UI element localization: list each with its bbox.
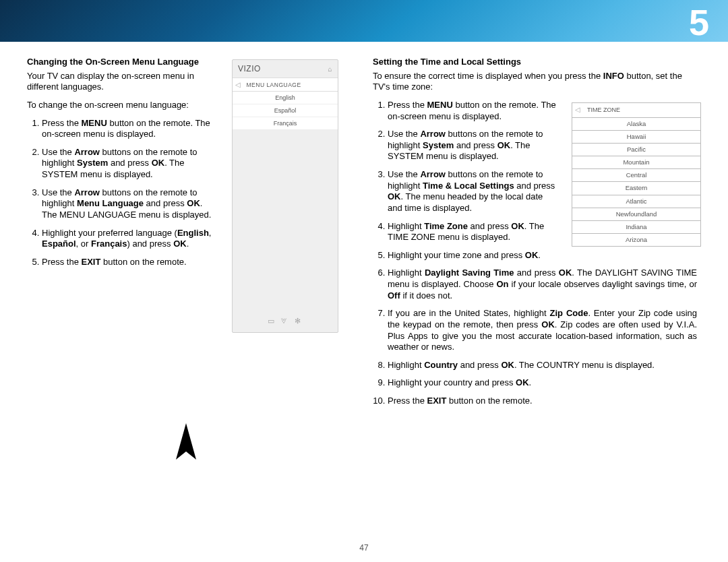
manual-page: 5 Changing the On-Screen Menu Language Y… <box>0 0 728 562</box>
left-column: Changing the On-Screen Menu Language You… <box>27 57 355 414</box>
tz-item: Indiana <box>572 221 701 234</box>
osd-screenshot: VIZIO ⌂ ◁ MENU LANGUAGE English Español … <box>232 57 338 414</box>
chapter-banner: 5 <box>0 0 728 42</box>
left-step-4: Highlight your preferred language (Engli… <box>42 228 222 250</box>
right-step-7: If you are in the United States, highlig… <box>388 308 701 353</box>
tz-item: Mountain <box>572 156 701 169</box>
content-area: Changing the On-Screen Menu Language You… <box>27 57 701 535</box>
left-step-1: Press the MENU button on the remote. The… <box>42 118 222 140</box>
osd-item: English <box>233 92 338 104</box>
osd-footer-icons: ▭ ⩔ ✻ <box>233 317 338 325</box>
tz-title: TIME ZONE <box>587 106 620 115</box>
right-step-4: Highlight Time Zone and press OK. The TI… <box>388 221 562 243</box>
osd-brand: VIZIO <box>238 64 261 73</box>
left-step-5: Press the EXIT button on the remote. <box>42 257 222 268</box>
chapter-number: 5 <box>689 1 709 43</box>
svg-marker-0 <box>176 423 196 460</box>
right-steps-top: Press the MENU button on the remote. The… <box>373 100 562 250</box>
right-step-3: Use the Arrow buttons on the remote to h… <box>388 169 562 214</box>
right-steps-bottom: Highlight your time zone and press OK. H… <box>373 250 701 407</box>
left-step-3: Use the Arrow buttons on the remote to h… <box>42 187 222 221</box>
right-intro: To ensure the correct time is displayed … <box>373 71 701 93</box>
right-step-5: Highlight your time zone and press OK. <box>388 250 701 261</box>
home-icon: ⌂ <box>328 65 332 73</box>
right-step-2: Use the Arrow buttons on the remote to h… <box>388 129 562 162</box>
tz-item: Alaska <box>572 118 701 131</box>
right-heading: Setting the Time and Local Settings <box>373 57 701 68</box>
right-step-10: Press the EXIT button on the remote. <box>388 396 701 407</box>
tz-item: Atlantic <box>572 195 701 208</box>
left-steps: Press the MENU button on the remote. The… <box>27 118 222 268</box>
tz-item: Hawaii <box>572 131 701 144</box>
back-icon: ◁ <box>575 106 580 115</box>
arrow-up-icon <box>174 423 198 460</box>
osd-item: Français <box>233 117 338 130</box>
tz-item: Newfoundland <box>572 208 701 221</box>
back-icon: ◁ <box>235 81 241 88</box>
right-step-9: Highlight your country and press OK. <box>388 377 701 389</box>
left-intro-2: To change the on-screen menu language: <box>27 100 222 111</box>
osd-item: Español <box>233 104 338 117</box>
page-number: 47 <box>0 543 728 553</box>
tz-item: Pacific <box>572 144 701 156</box>
osd-menu-title: MENU LANGUAGE <box>247 82 301 88</box>
left-heading: Changing the On-Screen Menu Language <box>27 57 222 68</box>
tz-item: Arizona <box>572 234 701 247</box>
timezone-screenshot: ◁ TIME ZONE Alaska Hawaii Pacific Mounta… <box>572 102 701 250</box>
tz-item: Central <box>572 169 701 182</box>
right-step-8: Highlight Country and press OK. The COUN… <box>388 360 701 371</box>
right-step-6: Highlight Daylight Saving Time and press… <box>388 268 701 301</box>
right-step-1: Press the MENU button on the remote. The… <box>388 100 562 122</box>
left-step-2: Use the Arrow buttons on the remote to h… <box>42 147 222 181</box>
osd-language-list: English Español Français <box>233 92 338 130</box>
left-intro-1: Your TV can display the on-screen menu i… <box>27 71 222 93</box>
tz-item: Eastern <box>572 182 701 195</box>
right-column: Setting the Time and Local Settings To e… <box>373 57 701 414</box>
